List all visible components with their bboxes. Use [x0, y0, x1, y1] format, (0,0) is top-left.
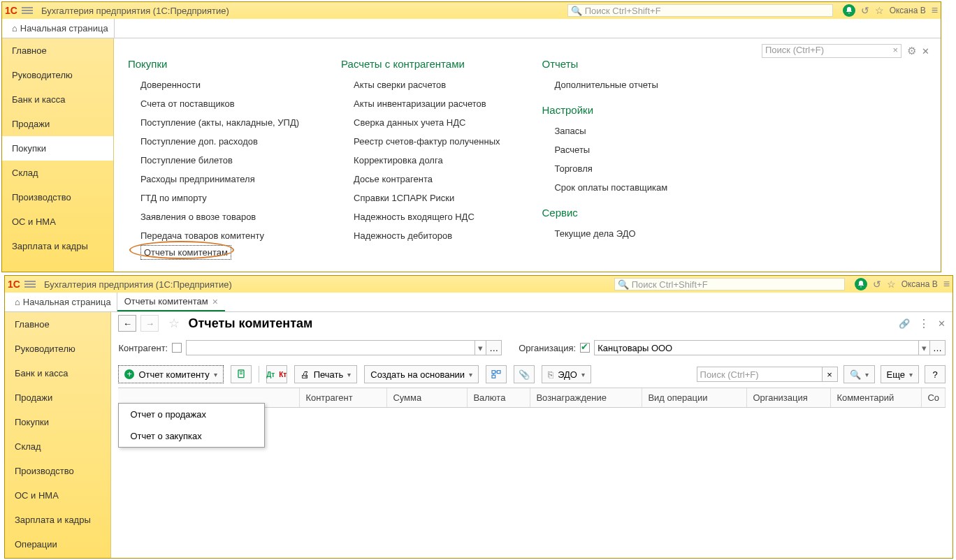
more-button[interactable]: Еще ▾ [881, 365, 919, 383]
ellipsis-button[interactable]: … [486, 340, 502, 355]
col-operation[interactable]: Вид операции [642, 388, 747, 407]
sidebar-item-purchases[interactable]: Покупки [2, 136, 113, 161]
sidebar-item-production[interactable]: Производство [5, 459, 110, 483]
search-action-button[interactable]: 🔍 ▾ [843, 365, 875, 383]
sidebar-item-production[interactable]: Производство [2, 185, 113, 209]
col-comment[interactable]: Комментарий [831, 388, 922, 407]
sidebar-item-sales[interactable]: Продажи [5, 385, 110, 410]
notifications-icon[interactable] [855, 278, 867, 290]
section-search[interactable]: Поиск (Ctrl+F) × [762, 44, 901, 58]
help-button[interactable]: ? [925, 365, 946, 383]
link[interactable]: Расчеты [554, 140, 667, 159]
link[interactable]: Справки 1СПАРК Риски [354, 189, 500, 207]
titlebar-menu-icon[interactable]: ≡ [943, 278, 950, 290]
sidebar-item-bank[interactable]: Банк и касса [2, 87, 113, 112]
edo-button[interactable]: ⎘ ЭДО ▾ [542, 365, 591, 383]
chevron-down-icon[interactable]: ▾ [475, 341, 486, 355]
copy-document-button[interactable] [231, 365, 252, 383]
close-icon[interactable]: ✕ [938, 318, 946, 329]
link[interactable]: Акты сверки расчетов [354, 75, 500, 94]
favorites-icon[interactable]: ☆ [875, 5, 884, 16]
checkbox-contragent[interactable] [172, 343, 182, 353]
link[interactable]: Досье контрагента [354, 170, 500, 189]
close-icon[interactable]: ✕ [922, 46, 929, 57]
related-docs-button[interactable] [486, 365, 507, 383]
sidebar-item-payroll[interactable]: Зарплата и кадры [5, 508, 110, 532]
sidebar-item-warehouse[interactable]: Склад [5, 434, 110, 459]
link[interactable]: Сверка данных учета НДС [354, 113, 500, 132]
create-report-button[interactable]: + Отчет комитенту ▾ [118, 365, 223, 383]
global-search[interactable]: 🔍 Поиск Ctrl+Shift+F [614, 278, 845, 290]
sidebar-item-assets[interactable]: ОС и НМА [5, 483, 110, 508]
history-icon[interactable]: ↺ [873, 279, 881, 290]
tab-home[interactable]: ⌂ Начальная страница [9, 293, 117, 311]
forward-button[interactable]: → [140, 315, 159, 332]
section-search-clear-icon[interactable]: × [892, 45, 898, 55]
history-icon[interactable]: ↺ [861, 5, 869, 16]
ellipsis-button[interactable]: … [930, 340, 946, 355]
main-menu-icon[interactable] [22, 7, 33, 14]
link[interactable]: Реестр счетов-фактур полученных [354, 132, 500, 151]
link[interactable]: Акты инвентаризации расчетов [354, 94, 500, 113]
link[interactable]: Торговля [554, 159, 667, 178]
sidebar-item-main[interactable]: Главное [5, 312, 110, 337]
main-menu-icon[interactable] [24, 281, 36, 288]
gear-icon[interactable]: ⚙ [907, 45, 916, 57]
link[interactable]: Доверенности [140, 75, 299, 94]
col-currency[interactable]: Валюта [468, 388, 530, 407]
link[interactable]: Поступление доп. расходов [140, 132, 299, 151]
link[interactable]: Надежность входящего НДС [354, 207, 500, 226]
link[interactable]: Надежность дебиторов [354, 226, 500, 245]
sidebar-item-manager[interactable]: Руководителю [5, 337, 110, 361]
col-organization[interactable]: Организация [747, 388, 831, 407]
link-icon[interactable]: 🔗 [899, 318, 910, 329]
link[interactable]: Запасы [554, 121, 667, 140]
favorite-star-icon[interactable]: ☆ [168, 316, 180, 331]
col-co[interactable]: Со [922, 388, 946, 407]
dtkt-button[interactable]: ДтКт [266, 365, 287, 383]
kebab-icon[interactable]: ⋮ [918, 317, 929, 330]
link[interactable]: Корректировка долга [354, 151, 500, 170]
back-button[interactable]: ← [118, 315, 136, 332]
sidebar-item-assets[interactable]: ОС и НМА [2, 209, 113, 234]
list-search[interactable]: Поиск (Ctrl+F) [697, 367, 823, 382]
sidebar-item-sales[interactable]: Продажи [2, 112, 113, 136]
link[interactable]: Счета от поставщиков [140, 94, 299, 113]
link[interactable]: Текущие дела ЭДО [554, 224, 667, 243]
menu-item-sales-report[interactable]: Отчет о продажах [119, 404, 264, 425]
link[interactable]: Поступление билетов [140, 151, 299, 170]
sidebar-item-main[interactable]: Главное [2, 38, 113, 63]
sidebar-item-payroll[interactable]: Зарплата и кадры [2, 234, 113, 258]
link[interactable]: ГТД по импорту [140, 189, 299, 207]
sidebar-item-bank[interactable]: Банк и касса [5, 361, 110, 385]
link[interactable]: Поступление (акты, накладные, УПД) [140, 113, 299, 132]
link[interactable]: Дополнительные отчеты [554, 75, 667, 94]
sidebar-item-manager[interactable]: Руководителю [2, 63, 113, 87]
sidebar-item-operations[interactable]: Операции [5, 532, 110, 557]
attach-button[interactable]: 📎 [514, 365, 535, 383]
link[interactable]: Расходы предпринимателя [140, 170, 299, 189]
tab-close-icon[interactable]: × [212, 296, 218, 307]
chevron-down-icon: ▾ [865, 371, 869, 378]
menu-item-purchase-report[interactable]: Отчет о закупках [119, 425, 264, 447]
print-button[interactable]: 🖨 Печать ▾ [294, 365, 358, 383]
col-fee[interactable]: Вознаграждение [530, 388, 642, 407]
search-clear-button[interactable]: × [823, 367, 838, 382]
notifications-icon[interactable] [843, 4, 855, 17]
tab-home[interactable]: ⌂ Начальная страница [6, 19, 115, 38]
chevron-down-icon[interactable]: ▾ [918, 341, 929, 355]
combo-contragent[interactable]: ▾ [186, 340, 486, 355]
col-sum[interactable]: Сумма [387, 388, 468, 407]
checkbox-organization[interactable] [580, 343, 590, 353]
link[interactable]: Заявления о ввозе товаров [140, 207, 299, 226]
favorites-icon[interactable]: ☆ [887, 279, 896, 290]
titlebar-menu-icon[interactable]: ≡ [932, 4, 938, 17]
create-based-on-button[interactable]: Создать на основании ▾ [364, 365, 479, 383]
global-search[interactable]: 🔍 Поиск Ctrl+Shift+F [567, 4, 833, 17]
link[interactable]: Срок оплаты поставщикам [554, 178, 667, 197]
combo-organization[interactable]: Канцтовары ООО▾ [594, 340, 930, 355]
col-contragent[interactable]: Контрагент [300, 388, 387, 407]
sidebar-item-purchases[interactable]: Покупки [5, 410, 110, 434]
sidebar-item-warehouse[interactable]: Склад [2, 161, 113, 185]
tab-reports-committents[interactable]: Отчеты комитентам × [117, 293, 225, 311]
